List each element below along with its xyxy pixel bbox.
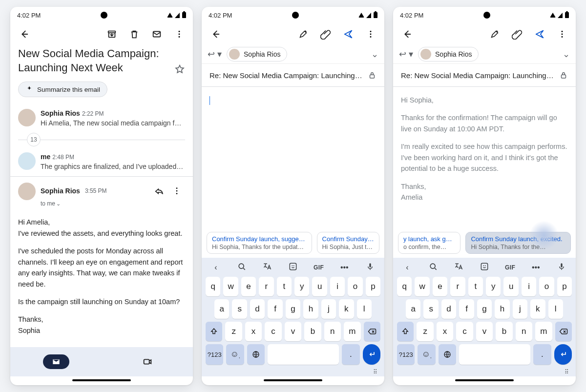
key-k[interactable]: k <box>530 299 545 319</box>
kb-back-icon[interactable]: ‹ <box>399 263 416 272</box>
key-c[interactable]: c <box>265 322 281 341</box>
ai-draft-button[interactable] <box>485 24 504 44</box>
key-g[interactable]: g <box>286 299 300 319</box>
recipient-label[interactable]: to me <box>41 200 55 207</box>
collapsed-message[interactable]: me2:48 PM The graphics are finalized, an… <box>18 148 185 174</box>
more-button[interactable] <box>552 24 572 44</box>
key-p[interactable]: p <box>366 277 380 296</box>
keyboard-handle-icon[interactable]: ⠿ <box>204 369 382 376</box>
translate-icon[interactable] <box>450 262 467 273</box>
sticker-icon[interactable] <box>476 262 493 273</box>
mic-icon[interactable] <box>553 262 570 273</box>
key-x[interactable]: x <box>437 322 453 341</box>
attach-button[interactable] <box>316 24 335 44</box>
key-o[interactable]: o <box>539 277 554 296</box>
symbols-key[interactable]: ?123 <box>397 344 415 365</box>
key-z[interactable]: z <box>225 322 242 341</box>
key-t[interactable]: t <box>468 277 483 296</box>
smart-reply-card-selected[interactable]: Confirm Sunday launch, excited. Hi Sophi… <box>465 232 571 254</box>
backspace-key[interactable] <box>364 322 380 341</box>
back-button[interactable] <box>397 24 417 44</box>
key-a[interactable]: a <box>214 299 229 319</box>
collapsed-message[interactable]: Sophia Rios2:22 PM Hi Amelia, The new so… <box>18 105 185 131</box>
key-j[interactable]: j <box>321 299 336 319</box>
emoji-key[interactable]: ☺, <box>418 344 435 365</box>
key-i[interactable]: i <box>522 277 536 296</box>
more-button[interactable] <box>361 24 380 44</box>
key-n[interactable]: n <box>516 322 532 341</box>
key-t[interactable]: t <box>277 277 292 296</box>
send-button[interactable] <box>338 24 358 44</box>
send-button[interactable] <box>530 24 549 44</box>
recipient-row[interactable]: ↩︎ ▾ Sophia Rios ⌄ <box>393 45 576 64</box>
key-f[interactable]: f <box>459 299 474 319</box>
recipient-chip[interactable]: Sophia Rios <box>227 47 287 62</box>
compose-subject-row[interactable]: Re: New Social Media Campaign: Launching… <box>393 64 576 87</box>
collapsed-thread-indicator[interactable]: 13 <box>18 133 185 146</box>
back-button[interactable] <box>206 24 225 44</box>
key-m[interactable]: m <box>344 322 360 341</box>
key-q[interactable]: q <box>206 277 220 296</box>
key-n[interactable]: n <box>324 322 341 341</box>
key-d[interactable]: d <box>250 299 265 319</box>
key-c[interactable]: c <box>456 322 473 341</box>
key-w[interactable]: w <box>415 277 429 296</box>
key-r[interactable]: r <box>450 277 465 296</box>
key-p[interactable]: p <box>557 277 572 296</box>
attach-button[interactable] <box>507 24 527 44</box>
key-o[interactable]: o <box>348 277 362 296</box>
symbols-key[interactable]: ?123 <box>206 344 223 365</box>
key-q[interactable]: q <box>397 277 412 296</box>
key-f[interactable]: f <box>268 299 282 319</box>
nav-mail[interactable] <box>43 354 69 369</box>
key-y[interactable]: y <box>294 277 309 296</box>
key-e[interactable]: e <box>241 277 256 296</box>
more-icon[interactable]: ••• <box>336 263 353 272</box>
shift-key[interactable] <box>206 322 222 341</box>
ai-draft-button[interactable] <box>293 24 313 44</box>
search-icon[interactable] <box>233 262 250 273</box>
smart-reply-card[interactable]: Confirm Sunday la Hi Sophia, Just to c <box>317 232 379 254</box>
archive-button[interactable] <box>102 24 122 44</box>
compose-body-input[interactable] <box>202 87 384 232</box>
key-i[interactable]: i <box>330 277 345 296</box>
key-z[interactable]: z <box>417 322 433 341</box>
gif-icon[interactable]: GIF <box>502 264 519 271</box>
key-v[interactable]: v <box>285 322 301 341</box>
key-l[interactable]: l <box>548 299 563 319</box>
backspace-key[interactable] <box>555 322 572 341</box>
nav-meet[interactable] <box>134 354 161 369</box>
period-key[interactable]: . <box>342 344 359 365</box>
gif-icon[interactable]: GIF <box>311 264 327 271</box>
delete-button[interactable] <box>125 24 144 44</box>
emoji-key[interactable]: ☺, <box>226 344 244 365</box>
search-icon[interactable] <box>425 262 441 273</box>
key-h[interactable]: h <box>495 299 509 319</box>
key-j[interactable]: j <box>513 299 527 319</box>
key-l[interactable]: l <box>357 299 372 319</box>
recipient-row[interactable]: ↩︎ ▾ Sophia Rios ⌄ <box>202 45 384 64</box>
recipient-chip[interactable]: Sophia Rios <box>418 47 479 62</box>
summarize-chip[interactable]: Summarize this email <box>18 82 107 97</box>
key-r[interactable]: r <box>259 277 273 296</box>
smart-reply-card[interactable]: Confirm Sunday launch, sugge… Hi Sophia,… <box>207 232 312 254</box>
reply-mode-icon[interactable]: ↩︎ ▾ <box>208 49 222 60</box>
language-key[interactable] <box>247 344 265 365</box>
space-key[interactable] <box>268 344 339 365</box>
key-v[interactable]: v <box>476 322 493 341</box>
reply-mode-icon[interactable]: ↩︎ ▾ <box>399 49 413 60</box>
expand-recipients-icon[interactable]: ⌄ <box>563 49 570 60</box>
key-x[interactable]: x <box>245 322 262 341</box>
more-button[interactable] <box>169 24 189 44</box>
keyboard-handle-icon[interactable]: ⠿ <box>395 369 574 376</box>
space-key[interactable] <box>459 344 530 365</box>
translate-icon[interactable] <box>259 262 275 273</box>
key-s[interactable]: s <box>232 299 247 319</box>
key-h[interactable]: h <box>303 299 318 319</box>
enter-key[interactable] <box>554 344 572 365</box>
key-u[interactable]: u <box>312 277 327 296</box>
smart-reply-card[interactable]: y launch, ask goals o confirm, the… <box>398 232 460 254</box>
key-y[interactable]: y <box>486 277 501 296</box>
sticker-icon[interactable] <box>285 262 301 273</box>
period-key[interactable]: . <box>533 344 551 365</box>
